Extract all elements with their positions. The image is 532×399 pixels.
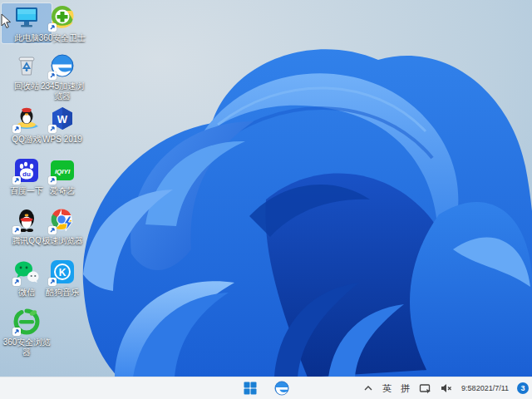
display-icon <box>419 383 431 394</box>
svg-text:du: du <box>22 170 31 178</box>
browser-e-taskbar-button[interactable] <box>272 379 292 397</box>
speed-browser-icon <box>48 206 76 234</box>
clock-date: 2021/7/11 <box>476 384 509 392</box>
shortcut-arrow-icon <box>48 278 57 286</box>
icon-label: 回收站 <box>14 81 39 91</box>
icon-label: 360安全浏览器 <box>2 337 52 357</box>
shortcut-arrow-icon <box>48 176 57 185</box>
iqiyi-icon: iQIYI <box>48 156 76 185</box>
360-safety-guard-icon <box>48 3 76 32</box>
tencent-qq-icon <box>12 206 41 234</box>
notification-count-badge[interactable]: 3 <box>517 382 529 394</box>
desktop-icon-2345-browser[interactable]: 2345加速浏览器 <box>37 52 87 101</box>
shortcut-arrow-icon <box>48 71 57 80</box>
icon-label: 极速浏览器 <box>42 236 83 246</box>
shortcut-arrow-icon <box>12 125 21 133</box>
desktop-icon-360-safe-browser[interactable]: 360安全浏览器 <box>2 308 52 357</box>
this-pc-icon <box>12 3 41 32</box>
ime-pinyin-indicator[interactable]: 拼 <box>400 379 411 397</box>
mouse-cursor <box>1 13 12 29</box>
kugou-music-icon: K <box>48 258 76 286</box>
icon-label: 此电脑 <box>14 33 39 43</box>
icon-label: 酷狗音乐 <box>46 288 79 298</box>
icon-label: WPS 2019 <box>42 135 82 145</box>
tray-chevron-up-button[interactable] <box>362 379 374 397</box>
speaker-mute-icon <box>441 383 452 393</box>
baidu-icon: du <box>12 156 41 185</box>
icon-label: 微信 <box>18 288 35 298</box>
tray-volume-button[interactable] <box>440 379 453 397</box>
taskbar-clock[interactable]: 9:58 2021/7/11 <box>461 379 510 397</box>
qq-games-icon <box>12 105 41 133</box>
shortcut-arrow-icon <box>12 328 21 336</box>
2345-browser-icon <box>48 52 76 80</box>
clock-time: 9:58 <box>461 384 476 392</box>
desktop-icon-kugou-music[interactable]: K 酷狗音乐 <box>37 258 87 298</box>
ime-english-indicator[interactable]: 英 <box>382 379 392 397</box>
taskbar: 英 拼 9:58 2021/7/11 3 <box>0 377 532 399</box>
browser-e-icon <box>274 381 289 396</box>
start-button[interactable] <box>240 379 260 397</box>
recycle-bin-icon <box>12 52 41 80</box>
desktop-icon-360-safety-guard[interactable]: 360安全卫士 <box>37 3 87 43</box>
icon-label: 爱奇艺 <box>50 186 75 196</box>
desktop-icon-iqiyi[interactable]: iQIYI 爱奇艺 <box>37 156 87 196</box>
shortcut-arrow-icon <box>48 23 57 32</box>
shortcut-arrow-icon <box>12 226 21 234</box>
shortcut-arrow-icon <box>12 278 21 286</box>
icon-label: 360安全卫士 <box>39 33 86 43</box>
desktop-icon-wps-2019[interactable]: W WPS 2019 <box>37 105 87 145</box>
svg-text:W: W <box>57 113 68 126</box>
chevron-up-icon <box>363 384 373 392</box>
360-safe-browser-icon <box>12 308 41 336</box>
svg-text:K: K <box>59 267 66 278</box>
icon-label: 2345加速浏览器 <box>37 81 87 101</box>
shortcut-arrow-icon <box>48 125 57 133</box>
shortcut-arrow-icon <box>48 226 57 234</box>
svg-text:iQIYI: iQIYI <box>55 168 71 175</box>
wps-2019-icon: W <box>48 105 76 133</box>
desktop: 此电脑 回收站 QQ游 <box>0 0 532 399</box>
tray-display-button[interactable] <box>418 379 432 397</box>
windows-logo-icon <box>244 382 257 395</box>
wechat-icon <box>12 258 41 286</box>
shortcut-arrow-icon <box>12 176 21 185</box>
desktop-icon-speed-browser[interactable]: 极速浏览器 <box>37 206 87 246</box>
